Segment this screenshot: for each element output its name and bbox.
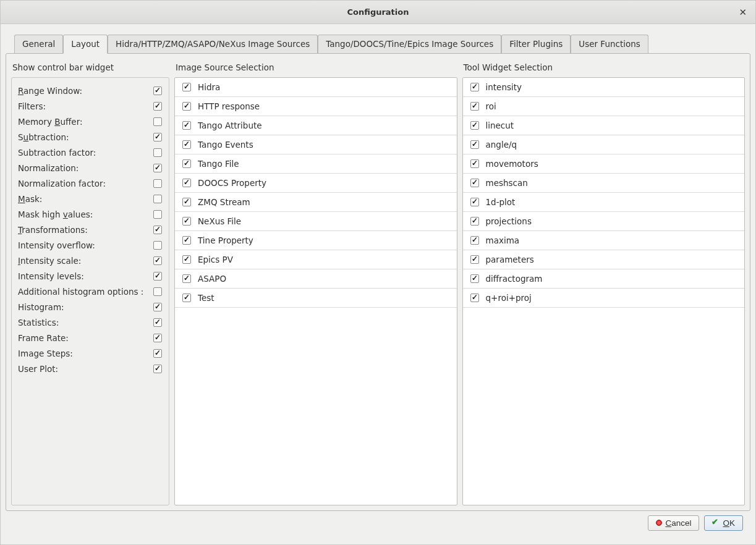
controlbar-checkbox[interactable] [153, 256, 162, 265]
controlbar-checkbox[interactable] [153, 210, 162, 219]
controlbar-row: Statistics: [18, 315, 164, 330]
controlbar-label: Subtraction factor: [18, 148, 96, 158]
tool-widget-checkbox[interactable] [470, 102, 479, 111]
image-source-checkbox[interactable] [182, 83, 191, 91]
image-source-row[interactable]: Tine Property [175, 231, 457, 250]
controlbar-row: Filters: [18, 98, 164, 114]
controlbar-checkbox[interactable] [153, 365, 162, 373]
ok-icon [712, 519, 720, 526]
tab-general[interactable]: General [14, 35, 63, 54]
image-source-checkbox[interactable] [182, 179, 191, 187]
image-source-label: Tango File [198, 159, 239, 169]
tool-widget-row[interactable]: q+roi+proj [463, 289, 745, 308]
image-source-row[interactable]: Test [175, 289, 457, 308]
tool-widget-checkbox[interactable] [470, 121, 479, 130]
image-source-row[interactable]: DOOCS Property [175, 174, 457, 193]
controlbar-label: Range Window: [18, 86, 82, 96]
image-source-row[interactable]: NeXus File [175, 212, 457, 231]
tool-widget-listbox[interactable]: intensityroilinecutangle/qmovemotorsmesh… [462, 77, 745, 505]
close-icon[interactable]: ✕ [736, 6, 749, 19]
tab-tango-doocs-tine-epics-image-sources[interactable]: Tango/DOOCS/Tine/Epics Image Sources [318, 35, 501, 54]
controlbar-checkbox[interactable] [153, 87, 162, 95]
tab-hidra-http-zmq-asapo-nexus-image-sources[interactable]: Hidra/HTTP/ZMQ/ASAPO/NeXus Image Sources [108, 35, 318, 54]
controlbar-checkbox[interactable] [153, 318, 162, 327]
tool-widget-checkbox[interactable] [470, 294, 479, 302]
controlbar-row: User Plot: [18, 361, 164, 376]
tool-widget-checkbox[interactable] [470, 83, 479, 91]
tool-widget-row[interactable]: linecut [463, 116, 745, 135]
controlbar-row: Mask: [18, 191, 164, 206]
tab-filter-plugins[interactable]: Filter Plugins [501, 35, 571, 54]
controlbar-row: Range Window: [18, 83, 164, 98]
image-source-checkbox[interactable] [182, 236, 191, 245]
tool-widget-checkbox[interactable] [470, 198, 479, 206]
image-source-row[interactable]: ASAPO [175, 269, 457, 289]
tool-widget-row[interactable]: 1d-plot [463, 193, 745, 212]
image-source-row[interactable]: Tango File [175, 154, 457, 174]
controlbar-checkbox[interactable] [153, 102, 162, 111]
controlbar-row: Additional histogram options : [18, 284, 164, 299]
controlbar-checkbox[interactable] [153, 241, 162, 250]
tool-widget-checkbox[interactable] [470, 159, 479, 168]
controlbar-checkbox[interactable] [153, 179, 162, 188]
image-source-label: DOOCS Property [198, 178, 266, 188]
tool-widget-row[interactable]: movemotors [463, 154, 745, 174]
controlbar-checkbox[interactable] [153, 164, 162, 172]
image-source-checkbox[interactable] [182, 159, 191, 168]
controlbar-checkbox[interactable] [153, 133, 162, 142]
controlbar-label: Subtraction: [18, 132, 69, 142]
controlbar-row: Mask high values: [18, 206, 164, 222]
titlebar: Configuration ✕ [1, 1, 755, 24]
controlbar-label: Image Steps: [18, 349, 73, 358]
tool-widget-row[interactable]: maxima [463, 231, 745, 250]
image-source-row[interactable]: Tango Events [175, 135, 457, 154]
cancel-icon [656, 520, 662, 526]
image-source-listbox[interactable]: HidraHTTP responseTango AttributeTango E… [174, 77, 457, 505]
image-source-row[interactable]: Epics PV [175, 250, 457, 269]
controlbar-checkbox[interactable] [153, 195, 162, 203]
image-source-checkbox[interactable] [182, 198, 191, 206]
controlbar-checkbox[interactable] [153, 148, 162, 157]
image-source-row[interactable]: Hidra [175, 78, 457, 97]
image-source-checkbox[interactable] [182, 140, 191, 149]
tool-widget-row[interactable]: parameters [463, 250, 745, 269]
image-source-row[interactable]: Tango Attribute [175, 116, 457, 135]
tool-widget-row[interactable]: diffractogram [463, 269, 745, 289]
tool-widget-label: meshscan [486, 178, 528, 188]
image-source-title: Image Source Selection [176, 62, 457, 72]
image-source-checkbox[interactable] [182, 294, 191, 302]
controlbar-row: Subtraction factor: [18, 145, 164, 160]
image-source-checkbox[interactable] [182, 255, 191, 264]
image-source-row[interactable]: ZMQ Stream [175, 193, 457, 212]
image-source-row[interactable]: HTTP response [175, 97, 457, 116]
tool-widget-checkbox[interactable] [470, 255, 479, 264]
tool-widget-row[interactable]: roi [463, 97, 745, 116]
controlbar-checkbox[interactable] [153, 226, 162, 234]
image-source-checkbox[interactable] [182, 217, 191, 226]
cancel-button[interactable]: Cancel [648, 515, 699, 531]
tool-widget-row[interactable]: projections [463, 212, 745, 231]
tool-widget-checkbox[interactable] [470, 236, 479, 245]
tool-widget-checkbox[interactable] [470, 179, 479, 187]
tool-widget-label: projections [486, 216, 532, 226]
controlbar-checkbox[interactable] [153, 287, 162, 296]
ok-button[interactable]: OK [704, 515, 743, 531]
controlbar-checkbox[interactable] [153, 349, 162, 358]
controlbar-checkbox[interactable] [153, 117, 162, 126]
controlbar-checkbox[interactable] [153, 334, 162, 342]
controlbar-checkbox[interactable] [153, 272, 162, 281]
tab-layout[interactable]: Layout [63, 35, 108, 54]
tab-user-functions[interactable]: User Functions [571, 35, 648, 54]
image-source-checkbox[interactable] [182, 121, 191, 130]
tool-widget-row[interactable]: angle/q [463, 135, 745, 154]
image-source-checkbox[interactable] [182, 274, 191, 283]
image-source-checkbox[interactable] [182, 102, 191, 111]
controlbar-row: Normalization: [18, 160, 164, 175]
tool-widget-checkbox[interactable] [470, 217, 479, 226]
tool-widget-row[interactable]: meshscan [463, 174, 745, 193]
tool-widget-row[interactable]: intensity [463, 78, 745, 97]
tool-widget-checkbox[interactable] [470, 274, 479, 283]
tool-widget-checkbox[interactable] [470, 140, 479, 149]
controlbar-checkbox[interactable] [153, 303, 162, 311]
control-bar-title: Show control bar widget [12, 62, 169, 72]
